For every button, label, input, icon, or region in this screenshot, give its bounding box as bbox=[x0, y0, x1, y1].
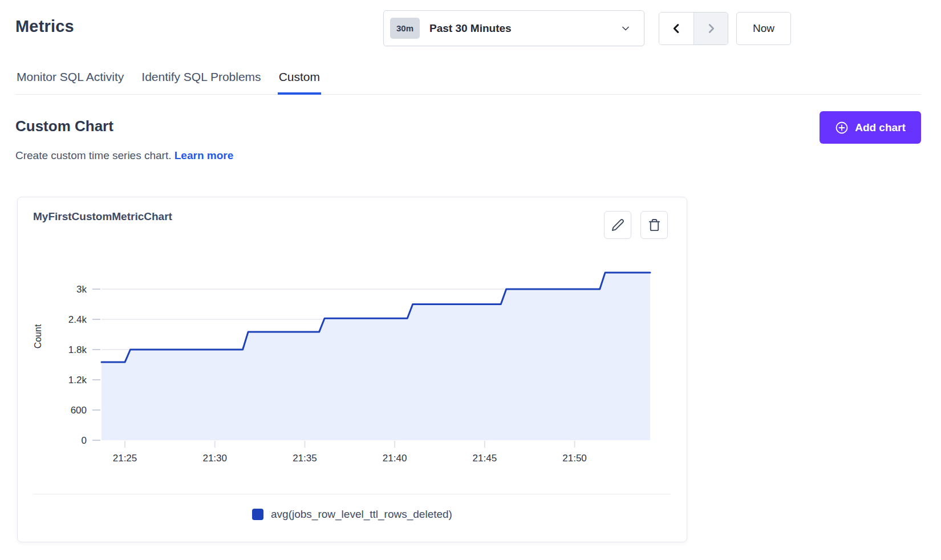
next-time-button[interactable] bbox=[693, 13, 728, 44]
x-tick-label: 21:45 bbox=[473, 453, 497, 464]
chart-title: MyFirstCustomMetricChart bbox=[33, 210, 172, 223]
metrics-page: Metrics 30m Past 30 Minutes bbox=[0, 0, 941, 542]
add-chart-button[interactable]: Add chart bbox=[820, 111, 921, 144]
time-step-buttons bbox=[659, 12, 728, 45]
x-tick-label: 21:30 bbox=[202, 453, 227, 464]
chart-legend: avg(jobs_row_level_ttl_rows_deleted) bbox=[18, 508, 687, 521]
chevron-left-icon bbox=[670, 21, 683, 36]
legend-label: avg(jobs_row_level_ttl_rows_deleted) bbox=[271, 508, 452, 521]
time-range-label: Past 30 Minutes bbox=[429, 22, 620, 35]
section-title: Custom Chart bbox=[15, 117, 233, 135]
tab-identify-sql-problems[interactable]: Identify SQL Problems bbox=[140, 67, 262, 95]
now-button[interactable]: Now bbox=[736, 12, 791, 45]
x-tick-label: 21:25 bbox=[113, 453, 137, 464]
learn-more-link[interactable]: Learn more bbox=[175, 149, 233, 161]
add-chart-label: Add chart bbox=[855, 121, 906, 134]
trash-icon bbox=[648, 218, 661, 232]
tab-custom[interactable]: Custom bbox=[278, 67, 321, 95]
pencil-icon bbox=[611, 218, 624, 232]
time-controls: 30m Past 30 Minutes Now bbox=[383, 10, 791, 46]
y-tick-label: 1.2k bbox=[68, 375, 87, 385]
chevron-down-icon bbox=[620, 23, 631, 34]
section-description: Create custom time series chart. Learn m… bbox=[15, 149, 233, 162]
legend-item[interactable]: avg(jobs_row_level_ttl_rows_deleted) bbox=[252, 508, 452, 521]
y-axis-label: Count bbox=[33, 324, 43, 348]
chevron-right-icon bbox=[705, 21, 717, 36]
y-tick-label: 0 bbox=[82, 435, 87, 446]
previous-time-button[interactable] bbox=[659, 13, 693, 44]
y-tick-label: 2.4k bbox=[68, 314, 87, 325]
y-tick-label: 3k bbox=[76, 284, 87, 295]
edit-chart-button[interactable] bbox=[604, 211, 631, 239]
tab-monitor-sql-activity[interactable]: Monitor SQL Activity bbox=[15, 67, 125, 95]
time-range-badge: 30m bbox=[390, 18, 420, 39]
delete-chart-button[interactable] bbox=[640, 211, 668, 239]
page-header: Metrics 30m Past 30 Minutes bbox=[15, 0, 921, 46]
section-description-text: Create custom time series chart. bbox=[15, 149, 171, 161]
chart-actions bbox=[604, 211, 668, 239]
series-area bbox=[102, 273, 650, 440]
time-range-dropdown[interactable]: 30m Past 30 Minutes bbox=[383, 10, 644, 46]
tab-bar: Monitor SQL ActivityIdentify SQL Problem… bbox=[15, 67, 921, 95]
x-tick-label: 21:50 bbox=[562, 453, 587, 464]
chart-card: MyFirstCustomMetricChart 06001.2k1.8k2.4… bbox=[17, 197, 687, 542]
x-tick-label: 21:40 bbox=[383, 453, 407, 464]
y-tick-label: 600 bbox=[71, 405, 87, 416]
custom-time-series-chart[interactable]: 06001.2k1.8k2.4k3k21:2521:3021:3521:4021… bbox=[18, 251, 688, 468]
legend-swatch bbox=[252, 509, 263, 520]
section-text: Custom Chart Create custom time series c… bbox=[15, 95, 233, 162]
page-title: Metrics bbox=[15, 17, 74, 36]
card-divider bbox=[34, 494, 671, 494]
custom-chart-section-header: Custom Chart Create custom time series c… bbox=[15, 95, 921, 162]
y-tick-label: 1.8k bbox=[68, 344, 87, 355]
x-tick-label: 21:35 bbox=[293, 453, 317, 464]
plus-circle-icon bbox=[835, 121, 849, 135]
